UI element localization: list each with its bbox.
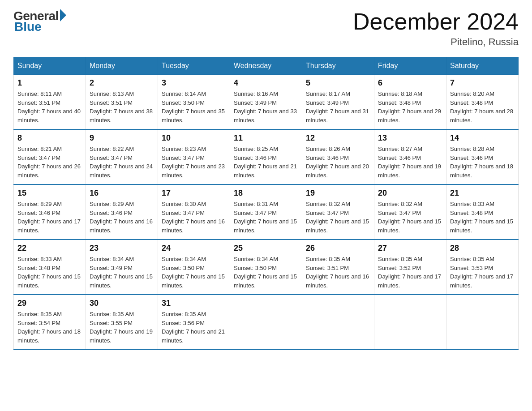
daylight-label: Daylight: 7 hours and 16 minutes. — [90, 218, 153, 234]
daylight-label: Daylight: 7 hours and 15 minutes. — [90, 273, 153, 289]
logo: General Blue — [13, 9, 66, 34]
sunset-label: Sunset: 3:47 PM — [162, 210, 205, 216]
day-info: Sunrise: 8:32 AM Sunset: 3:47 PM Dayligh… — [378, 200, 442, 235]
day-number: 9 — [90, 133, 154, 143]
day-info: Sunrise: 8:34 AM Sunset: 3:50 PM Dayligh… — [234, 255, 298, 290]
day-number: 16 — [90, 188, 154, 198]
calendar-cell: 10 Sunrise: 8:23 AM Sunset: 3:47 PM Dayl… — [158, 129, 230, 184]
sunset-label: Sunset: 3:51 PM — [90, 99, 133, 106]
sunset-label: Sunset: 3:55 PM — [90, 320, 133, 326]
day-info: Sunrise: 8:16 AM Sunset: 3:49 PM Dayligh… — [234, 90, 298, 124]
day-info: Sunrise: 8:35 AM Sunset: 3:54 PM Dayligh… — [17, 310, 82, 345]
day-number: 24 — [162, 244, 226, 253]
daylight-label: Daylight: 7 hours and 21 minutes. — [162, 328, 225, 344]
day-info: Sunrise: 8:21 AM Sunset: 3:47 PM Dayligh… — [17, 145, 82, 180]
sunrise-label: Sunrise: 8:17 AM — [306, 90, 350, 97]
daylight-label: Daylight: 7 hours and 29 minutes. — [378, 108, 441, 124]
day-number: 4 — [234, 78, 298, 88]
calendar-cell: 4 Sunrise: 8:16 AM Sunset: 3:49 PM Dayli… — [230, 75, 302, 130]
sunrise-label: Sunrise: 8:22 AM — [90, 146, 134, 152]
day-number: 29 — [17, 299, 82, 308]
sunset-label: Sunset: 3:52 PM — [378, 265, 421, 271]
day-info: Sunrise: 8:30 AM Sunset: 3:47 PM Dayligh… — [162, 200, 226, 235]
sunset-label: Sunset: 3:50 PM — [162, 265, 205, 271]
day-number: 31 — [162, 299, 226, 308]
calendar-cell: 29 Sunrise: 8:35 AM Sunset: 3:54 PM Dayl… — [14, 295, 86, 350]
sunrise-label: Sunrise: 8:18 AM — [378, 90, 422, 97]
weekday-header-tuesday: Tuesday — [158, 57, 230, 75]
calendar-body: 1 Sunrise: 8:11 AM Sunset: 3:51 PM Dayli… — [14, 75, 519, 350]
day-number: 20 — [378, 188, 442, 198]
daylight-label: Daylight: 7 hours and 35 minutes. — [162, 108, 225, 124]
sunrise-label: Sunrise: 8:35 AM — [162, 311, 206, 317]
weekday-header-thursday: Thursday — [302, 57, 374, 75]
sunrise-label: Sunrise: 8:25 AM — [234, 146, 278, 152]
weekday-header-monday: Monday — [86, 57, 158, 75]
sunrise-label: Sunrise: 8:14 AM — [162, 90, 206, 97]
daylight-label: Daylight: 7 hours and 26 minutes. — [17, 163, 81, 179]
daylight-label: Daylight: 7 hours and 17 minutes. — [378, 273, 441, 289]
sunset-label: Sunset: 3:54 PM — [17, 320, 60, 326]
calendar-cell: 5 Sunrise: 8:17 AM Sunset: 3:49 PM Dayli… — [302, 75, 374, 130]
sunrise-label: Sunrise: 8:16 AM — [234, 90, 278, 97]
sunset-label: Sunset: 3:48 PM — [17, 265, 60, 271]
sunset-label: Sunset: 3:48 PM — [450, 210, 493, 216]
sunset-label: Sunset: 3:46 PM — [17, 210, 60, 216]
sunset-label: Sunset: 3:50 PM — [162, 99, 205, 106]
day-info: Sunrise: 8:26 AM Sunset: 3:46 PM Dayligh… — [306, 145, 370, 180]
calendar-cell — [230, 295, 302, 350]
sunset-label: Sunset: 3:53 PM — [450, 265, 493, 271]
day-info: Sunrise: 8:35 AM Sunset: 3:55 PM Dayligh… — [90, 310, 154, 345]
daylight-label: Daylight: 7 hours and 17 minutes. — [450, 273, 513, 289]
sunrise-label: Sunrise: 8:11 AM — [17, 90, 62, 97]
logo-blue-text: Blue — [14, 20, 42, 34]
weekday-header-saturday: Saturday — [446, 57, 519, 75]
day-info: Sunrise: 8:11 AM Sunset: 3:51 PM Dayligh… — [17, 90, 82, 124]
weekday-header-sunday: Sunday — [14, 57, 86, 75]
day-info: Sunrise: 8:29 AM Sunset: 3:46 PM Dayligh… — [17, 200, 82, 235]
day-number: 5 — [306, 78, 370, 88]
daylight-label: Daylight: 7 hours and 16 minutes. — [162, 218, 225, 234]
sunset-label: Sunset: 3:48 PM — [378, 99, 421, 106]
sunrise-label: Sunrise: 8:34 AM — [162, 256, 206, 262]
calendar-table: SundayMondayTuesdayWednesdayThursdayFrid… — [13, 57, 519, 350]
sunset-label: Sunset: 3:47 PM — [90, 154, 133, 161]
day-number: 26 — [306, 244, 370, 253]
sunset-label: Sunset: 3:49 PM — [234, 99, 277, 106]
sunset-label: Sunset: 3:49 PM — [90, 265, 133, 271]
calendar-cell: 30 Sunrise: 8:35 AM Sunset: 3:55 PM Dayl… — [86, 295, 158, 350]
sunset-label: Sunset: 3:48 PM — [450, 99, 493, 106]
sunrise-label: Sunrise: 8:31 AM — [234, 201, 278, 207]
sunset-label: Sunset: 3:47 PM — [17, 154, 60, 161]
daylight-label: Daylight: 7 hours and 38 minutes. — [90, 108, 153, 124]
day-number: 15 — [17, 188, 82, 198]
sunrise-label: Sunrise: 8:29 AM — [90, 201, 134, 207]
sunrise-label: Sunrise: 8:13 AM — [90, 90, 134, 97]
sunset-label: Sunset: 3:49 PM — [306, 99, 349, 106]
day-number: 3 — [162, 78, 226, 88]
daylight-label: Daylight: 7 hours and 15 minutes. — [162, 273, 225, 289]
daylight-label: Daylight: 7 hours and 19 minutes. — [378, 163, 441, 179]
calendar-cell: 22 Sunrise: 8:33 AM Sunset: 3:48 PM Dayl… — [14, 240, 86, 295]
day-info: Sunrise: 8:18 AM Sunset: 3:48 PM Dayligh… — [378, 90, 442, 124]
page-header: General Blue December 2024 Pitelino, Rus… — [13, 9, 519, 48]
day-info: Sunrise: 8:23 AM Sunset: 3:47 PM Dayligh… — [162, 145, 226, 180]
day-number: 27 — [378, 244, 442, 253]
calendar-cell: 21 Sunrise: 8:33 AM Sunset: 3:48 PM Dayl… — [446, 184, 519, 240]
daylight-label: Daylight: 7 hours and 33 minutes. — [234, 108, 297, 124]
sunrise-label: Sunrise: 8:35 AM — [90, 311, 134, 317]
calendar-cell — [446, 295, 519, 350]
sunrise-label: Sunrise: 8:23 AM — [162, 146, 206, 152]
day-number: 17 — [162, 188, 226, 198]
calendar-cell: 1 Sunrise: 8:11 AM Sunset: 3:51 PM Dayli… — [14, 75, 86, 130]
calendar-week-1: 1 Sunrise: 8:11 AM Sunset: 3:51 PM Dayli… — [14, 75, 519, 130]
calendar-cell: 12 Sunrise: 8:26 AM Sunset: 3:46 PM Dayl… — [302, 129, 374, 184]
day-number: 14 — [450, 133, 515, 143]
daylight-label: Daylight: 7 hours and 18 minutes. — [17, 328, 81, 344]
calendar-cell: 9 Sunrise: 8:22 AM Sunset: 3:47 PM Dayli… — [86, 129, 158, 184]
day-number: 22 — [17, 244, 82, 253]
day-info: Sunrise: 8:29 AM Sunset: 3:46 PM Dayligh… — [90, 200, 154, 235]
day-info: Sunrise: 8:32 AM Sunset: 3:47 PM Dayligh… — [306, 200, 370, 235]
daylight-label: Daylight: 7 hours and 15 minutes. — [306, 218, 369, 234]
calendar-header: SundayMondayTuesdayWednesdayThursdayFrid… — [14, 57, 519, 75]
